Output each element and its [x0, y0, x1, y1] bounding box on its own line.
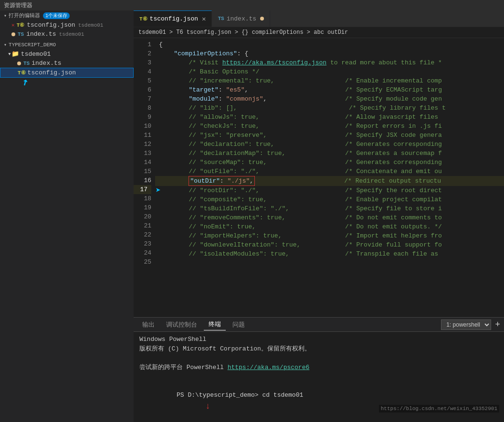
- tab-tsconfig-label: tsconfig.json: [150, 15, 198, 22]
- folder-icon: 📁: [11, 50, 19, 58]
- terminal-tab-debug[interactable]: 调试控制台: [161, 319, 202, 330]
- indexts-modified-dot: [11, 32, 15, 36]
- code-line-23: // "importHelpers": true, /* Import emit…: [155, 231, 504, 240]
- tab-tsconfig[interactable]: T⑥ tsconfig.json ✕: [134, 10, 212, 27]
- tsconfig-filename: tsconfig.json: [27, 21, 75, 29]
- line-num-2: 2: [134, 49, 151, 58]
- tab-tsconfig-close-icon[interactable]: ✕: [202, 15, 206, 23]
- tsconfig-file-icon: T⑥: [17, 22, 25, 28]
- code-line-20: // "tsBuildInfoFile": "./", /* Specify f…: [155, 204, 504, 213]
- workspace-label: TYPESCRIPT_DEMO: [9, 42, 56, 48]
- terminal-add-button[interactable]: +: [495, 320, 500, 329]
- tree-item-tsconfig[interactable]: T⑥ tsconfig.json: [0, 68, 134, 78]
- line-num-20: 20: [134, 212, 151, 221]
- terminal-line-1: Windows PowerShell: [139, 335, 498, 344]
- breadcrumb-text: tsdemo01 > T6 tsconfig.json > {} compile…: [138, 29, 348, 36]
- open-editor-tsconfig[interactable]: ✕ T⑥ tsconfig.json tsdemo01: [0, 21, 134, 30]
- terminal-prompt-1: PS D:\typescript_demo> cd tsdemo01: [177, 391, 303, 399]
- line-num-7: 7: [134, 94, 151, 103]
- tab-tsconfig-icon: T⑥: [139, 16, 147, 22]
- line-num-18: 18: [134, 194, 151, 203]
- tree-indexts-name: index.ts: [32, 60, 61, 67]
- code-line-3: /* Visit https://aka.ms/tsconfig.json to…: [155, 58, 504, 67]
- terminal-tabs-bar: 输出 调试控制台 终端 问题 1: powershell +: [134, 318, 504, 332]
- line-num-17: 17: [134, 185, 151, 194]
- code-line-2: "compilerOptions": {: [155, 49, 504, 58]
- line-num-4: 4: [134, 67, 151, 76]
- code-line-19: // "composite": true, /* Enable project …: [155, 195, 504, 204]
- terminal-tab-terminal[interactable]: 终端: [204, 319, 226, 330]
- tab-indexts-label: index.ts: [227, 15, 256, 22]
- line-num-23: 23: [134, 239, 151, 248]
- editor-area: T⑥ tsconfig.json ✕ TS index.ts tsdemo01 …: [134, 10, 504, 422]
- code-line-10: // "allowJs": true, /* Allow javascript …: [155, 113, 504, 122]
- indexts-filename: index.ts: [26, 31, 56, 38]
- workspace-chevron-icon: ▾: [4, 42, 7, 48]
- line-num-8: 8: [134, 103, 151, 113]
- code-line-7: "target": "es5", /* Specify ECMAScript t…: [155, 85, 504, 94]
- line-num-16: 16: [134, 176, 151, 185]
- breadcrumb: tsdemo01 > T6 tsconfig.json > {} compile…: [134, 27, 504, 38]
- terminal-line-3: [139, 353, 498, 363]
- tsconfig-close-icon[interactable]: ✕: [11, 22, 15, 28]
- terminal-controls: 1: powershell +: [441, 319, 500, 330]
- tab-indexts[interactable]: TS index.ts: [212, 10, 270, 27]
- line-num-21: 21: [134, 221, 151, 230]
- line-num-5: 5: [134, 76, 151, 85]
- terminal-text-4: 尝试新的跨平台 PowerShell https://aka.ms/pscore…: [139, 364, 309, 371]
- code-line-22: // "noEmit": true, /* Do not emit output…: [155, 222, 504, 231]
- indexts-file-icon: TS: [18, 31, 24, 37]
- line-num-12: 12: [134, 140, 151, 149]
- indexts-folder: tsdemo01: [59, 31, 84, 37]
- code-editor[interactable]: ➤ 1 2 3 4 5 6 7 8 9 10 11 12 13 14 15 16…: [134, 38, 504, 317]
- title-bar: 资源管理器: [0, 0, 504, 10]
- terminal-line-6: PS D:\typescript_demo> cd tsdemo01 ↓: [139, 381, 498, 422]
- code-line-13: // "declaration": true, /* Generates cor…: [155, 140, 504, 149]
- code-line-1: {: [155, 40, 504, 49]
- folder-chevron-icon: ▾: [8, 50, 11, 58]
- open-editors-section: ▾ 打开的编辑器 1个未保存 ✕ T⑥ tsconfig.json tsdemo…: [0, 10, 134, 39]
- sidebar: ▾ 打开的编辑器 1个未保存 ✕ T⑥ tsconfig.json tsdemo…: [0, 10, 134, 422]
- tab-indexts-modified-dot: [260, 17, 264, 21]
- line-num-13: 13: [134, 149, 151, 158]
- folder-name: tsdemo01: [21, 51, 51, 58]
- terminal-red-arrow-1: ↓: [205, 401, 210, 411]
- code-line-24: // "downlevelIteration": true, /* Provid…: [155, 240, 504, 249]
- line-num-10: 10: [134, 122, 151, 131]
- watermark-text: https://blog.csdn.net/weixin_43352901: [381, 406, 497, 412]
- terminal-tab-problems[interactable]: 问题: [228, 319, 250, 330]
- code-line-14: // "declarationMap": true, /* Generates …: [155, 149, 504, 158]
- code-line-6: // "incremental": true, /* Enable increm…: [155, 76, 504, 85]
- code-line-15: // "sourceMap": true, /* Generates corre…: [155, 158, 504, 167]
- code-line-18: // "rootDir": "./", /* Specify the root …: [155, 186, 504, 195]
- main-layout: ▾ 打开的编辑器 1个未保存 ✕ T⑥ tsconfig.json tsdemo…: [0, 10, 504, 422]
- line-num-1: 1: [134, 40, 151, 49]
- line-num-25: 25: [134, 257, 151, 267]
- sidebar-arrow-container: ↗: [24, 80, 134, 93]
- code-line-8: "module": "commonjs", /* Specify module …: [155, 94, 504, 103]
- terminal-line-2: 版权所有 (C) Microsoft Corporation。保留所有权利。: [139, 344, 498, 354]
- tab-bar: T⑥ tsconfig.json ✕ TS index.ts: [134, 10, 504, 27]
- terminal-line-5: [139, 372, 498, 381]
- terminal-tab-output[interactable]: 输出: [137, 319, 159, 330]
- line-num-15: 15: [134, 167, 151, 176]
- line-num-14: 14: [134, 158, 151, 167]
- open-editors-header[interactable]: ▾ 打开的编辑器 1个未保存: [0, 10, 134, 21]
- workspace-header[interactable]: ▾ TYPESCRIPT_DEMO: [0, 41, 134, 49]
- code-line-5: /* Basic Options */: [155, 67, 504, 76]
- code-content: { "compilerOptions": { /* Visit https://…: [155, 38, 504, 317]
- terminal-text-2: 版权所有 (C) Microsoft Corporation。保留所有权利。: [139, 345, 311, 352]
- line-num-3: 3: [134, 58, 151, 67]
- folder-tsdemo01[interactable]: ▾ 📁 tsdemo01: [0, 49, 134, 59]
- workspace-section: ▾ TYPESCRIPT_DEMO ▾ 📁 tsdemo01 TS index.…: [0, 41, 134, 78]
- tree-indexts-dot: [17, 62, 21, 65]
- terminal-shell-select[interactable]: 1: powershell: [441, 319, 491, 330]
- open-editor-indexts[interactable]: TS index.ts tsdemo01: [0, 30, 134, 39]
- tree-item-indexts[interactable]: TS index.ts: [0, 59, 134, 68]
- code-line-12: // "jsx": "preserve", /* Specify JSX cod…: [155, 131, 504, 140]
- code-line-9: // "lib": [], /* Specify library files t: [155, 103, 504, 113]
- tab-indexts-icon: TS: [218, 16, 224, 21]
- code-line-21: // "removeComments": true, /* Do not emi…: [155, 213, 504, 222]
- tree-tsconfig-name: tsconfig.json: [28, 69, 76, 76]
- code-line-17: "outDir": "./js", /* Redirect output str…: [155, 176, 504, 186]
